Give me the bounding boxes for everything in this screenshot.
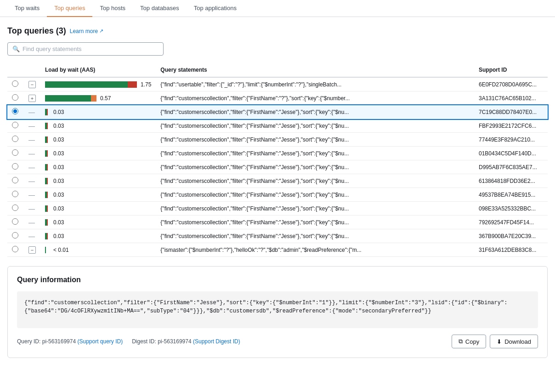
tabs-bar: Top waits Top queries Top hosts Top data… (0, 0, 555, 17)
bar-small-red (47, 109, 48, 115)
download-button[interactable]: ⬇ Download (490, 335, 538, 348)
row-radio-10[interactable] (12, 205, 18, 211)
bar-cell: 0.03 (40, 105, 156, 119)
table-row: —0.03{"find":"customerscollection","filt… (7, 119, 548, 133)
query-text-cell[interactable]: {"ismaster":{"$numberInt":"?"},"helloOk"… (156, 243, 474, 257)
bar-small-red (47, 164, 48, 170)
table-row: —0.03{"find":"customerscollection","filt… (7, 174, 548, 188)
bar-cell: 0.03 (40, 174, 156, 188)
table-row: —0.03{"find":"customerscollection","filt… (7, 105, 548, 119)
table-row: —0.03{"find":"customerscollection","filt… (7, 216, 548, 229)
expand-col: — (24, 174, 40, 188)
query-text-cell[interactable]: {"find":"customerscollection","filter":{… (156, 229, 474, 243)
external-link-icon: ↗ (99, 28, 103, 34)
query-text-cell[interactable]: {"find":"customerscollection","filter":{… (156, 202, 474, 216)
dash-placeholder: — (28, 164, 35, 171)
table-row: —0.03{"find":"customerscollection","filt… (7, 160, 548, 174)
tab-top-hosts[interactable]: Top hosts (92, 0, 133, 17)
support-id: 01B0434C5D4F140D... (479, 150, 536, 157)
bar-cell: 0.03 (40, 216, 156, 229)
bar-cell: 0.03 (40, 202, 156, 216)
tab-top-databases[interactable]: Top databases (133, 0, 187, 17)
query-text-cell[interactable]: {"find":"customerscollection","filter":{… (156, 133, 474, 147)
col-header-support-id: Support ID (474, 63, 548, 77)
support-id-cell: 01B0434C5D4F140D... (474, 147, 548, 160)
row-radio-3[interactable] (12, 108, 18, 114)
query-code-block: {"find":"customerscollection","filter":{… (17, 291, 538, 328)
bar-value: 1.75 (141, 81, 151, 88)
row-radio-1[interactable] (12, 80, 18, 87)
support-id: 31F63A612DEB83C8... (479, 247, 536, 253)
learn-more-link[interactable]: Learn more ↗ (70, 28, 103, 34)
query-text-cell[interactable]: {"find":"customerscollection","filter":{… (156, 105, 474, 119)
row-radio-5[interactable] (12, 136, 18, 142)
search-icon: 🔍 (12, 45, 20, 52)
query-text: {"find":"customerscollection","filter":{… (160, 164, 349, 170)
dash-placeholder: — (28, 108, 35, 116)
row-radio-13[interactable] (12, 246, 18, 252)
row-radio-12[interactable] (12, 232, 18, 239)
bar-value: 0.03 (53, 150, 64, 157)
row-radio-7[interactable] (12, 163, 18, 170)
bar-cell: 0.03 (40, 119, 156, 133)
table-row: —0.03{"find":"customerscollection","filt… (7, 229, 548, 243)
support-id-cell: 7C19C88DD78407E0... (474, 105, 548, 119)
section-header: Top queries (3) Learn more ↗ (7, 26, 548, 36)
tab-top-applications[interactable]: Top applications (187, 0, 244, 17)
bar-value: 0.03 (53, 109, 64, 115)
dash-placeholder: — (28, 150, 35, 157)
query-text-cell[interactable]: {"find":"customerscollection","filter":{… (156, 160, 474, 174)
expand-col: — (24, 133, 40, 147)
query-text: {"find":"customerscollection","filter":{… (160, 123, 349, 129)
tab-top-queries[interactable]: Top queries (47, 0, 92, 17)
bar-green (45, 95, 91, 102)
support-id-cell: 098E33A525332BBC... (474, 202, 548, 216)
row-radio-9[interactable] (12, 191, 18, 197)
collapse-icon[interactable]: − (28, 81, 36, 88)
query-table: Load by wait (AAS) Query statements Supp… (7, 63, 548, 257)
query-footer: Query ID: pi-563169974 (Support query ID… (17, 335, 538, 348)
search-input[interactable] (23, 45, 159, 52)
expand-col: — (24, 119, 40, 133)
bar-cell: 0.03 (40, 160, 156, 174)
dash-placeholder: — (28, 136, 35, 143)
query-text-cell[interactable]: {"find":"customerscollection","filter":{… (156, 216, 474, 229)
query-text-cell[interactable]: {"find":"customerscollection","filter":{… (156, 119, 474, 133)
collapse-icon[interactable]: − (28, 246, 36, 254)
bar-small-red (47, 123, 48, 129)
copy-button[interactable]: ⧉ Copy (452, 335, 486, 348)
bar-value: 0.03 (53, 164, 64, 170)
dash-placeholder: — (28, 233, 35, 240)
tab-top-waits[interactable]: Top waits (7, 0, 47, 17)
query-text: {"find":"customerscollection","filter":{… (160, 219, 349, 226)
support-digest-id-link[interactable]: (Support Digest ID) (193, 338, 240, 345)
row-radio-4[interactable] (12, 122, 18, 128)
row-radio-8[interactable] (12, 177, 18, 183)
table-row: —0.03{"find":"customerscollection","filt… (7, 147, 548, 160)
query-text-cell[interactable]: {"find":"customerscollection","filter":{… (156, 174, 474, 188)
expand-col: — (24, 147, 40, 160)
query-text-cell[interactable]: {"find":"usertable","filter":{"_id":"?"}… (156, 77, 474, 91)
bar-value: 0.03 (53, 205, 64, 212)
table-row: —0.03{"find":"customerscollection","filt… (7, 133, 548, 147)
expand-col: — (24, 188, 40, 202)
bar-cell: 0.03 (40, 133, 156, 147)
expand-icon[interactable]: + (28, 95, 36, 102)
row-radio-2[interactable] (12, 94, 18, 101)
bar-cell: 0.03 (40, 188, 156, 202)
query-text-cell[interactable]: {"find":"customerscollection","filter":{… (156, 188, 474, 202)
support-id: 613864818FDD36E2... (479, 178, 535, 184)
query-text: {"find":"customerscollection","filter":{… (160, 150, 349, 157)
row-radio-6[interactable] (12, 149, 18, 156)
query-info-title: Query information (17, 276, 538, 284)
query-info-section: Query information {"find":"customerscoll… (7, 266, 548, 358)
search-input-wrapper: 🔍 (7, 42, 164, 56)
bar-small-red (47, 205, 48, 212)
query-text-cell[interactable]: {"find":"customerscollection","filter":{… (156, 147, 474, 160)
support-id: 367B900BA7E20C39... (479, 233, 536, 239)
row-radio-11[interactable] (12, 218, 18, 225)
support-query-id-link[interactable]: (Support query ID) (77, 338, 123, 345)
dash-placeholder: — (28, 122, 35, 130)
query-text: {"ismaster":{"$numberInt":"?"},"helloOk"… (160, 247, 361, 253)
query-text-cell[interactable]: {"find":"customerscollection","filter":{… (156, 91, 474, 105)
